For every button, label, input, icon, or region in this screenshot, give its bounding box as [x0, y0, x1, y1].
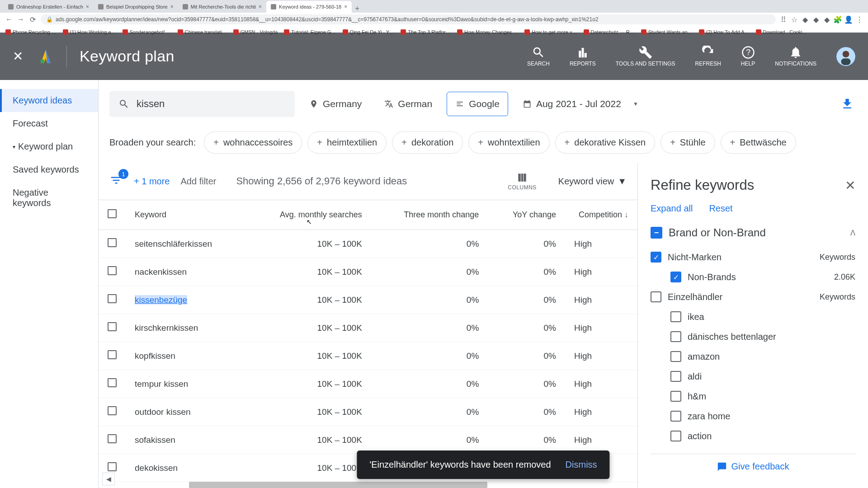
bookmark-item[interactable]: Chinese translati…: [178, 29, 227, 35]
header-notifications-button[interactable]: NOTIFICATIONS: [775, 46, 816, 67]
profile-icon[interactable]: 👤: [845, 16, 852, 23]
bookmark-item[interactable]: Download - Cooki…: [756, 29, 807, 35]
keyword-cell[interactable]: sofakissen: [135, 435, 175, 445]
header-refresh-button[interactable]: REFRESH: [695, 46, 721, 67]
table-row[interactable]: seitenschläferkissen 10K – 100K 0% 0% Hi…: [99, 230, 637, 258]
bookmark-item[interactable]: The Top 3 Platfor…: [401, 29, 451, 35]
expand-all-button[interactable]: Expand all: [651, 203, 693, 214]
broaden-chip[interactable]: +wohntextilien: [468, 131, 549, 154]
keyword-cell[interactable]: seitenschläferkissen: [135, 239, 212, 249]
refine-subgroup[interactable]: h&m: [651, 386, 855, 406]
columns-button[interactable]: COLUMNS: [508, 172, 537, 191]
refine-subgroup[interactable]: zara home: [651, 406, 855, 426]
refine-section-toggle[interactable]: − Brand or Non-Brand ᐱ: [651, 226, 855, 239]
select-all-checkbox[interactable]: [108, 209, 117, 218]
close-icon[interactable]: ×: [170, 4, 174, 10]
row-checkbox[interactable]: [108, 434, 117, 443]
bookmark-item[interactable]: Tutorial: Eigene G…: [284, 29, 336, 35]
refine-subgroup[interactable]: amazon: [651, 347, 855, 366]
nav-reload-icon[interactable]: ⟳: [29, 16, 36, 23]
ext1-icon[interactable]: ◆: [802, 16, 808, 23]
checkbox[interactable]: ✓: [670, 272, 681, 282]
sidebar-item-keyword-plan[interactable]: Keyword plan: [0, 135, 98, 158]
checkbox[interactable]: [670, 431, 681, 441]
keyword-cell[interactable]: kissenbezüge: [135, 295, 187, 305]
refine-subgroup[interactable]: action: [651, 426, 855, 446]
table-row[interactable]: tempur kissen 10K – 100K 0% 0% High: [99, 370, 637, 398]
sidebar-item-forecast[interactable]: Forecast: [0, 112, 98, 135]
keyword-cell[interactable]: kirschkernkissen: [135, 323, 198, 333]
checkbox[interactable]: [670, 391, 681, 402]
nav-back-icon[interactable]: ←: [5, 16, 13, 23]
col-competition[interactable]: Competition: [565, 200, 637, 230]
col-keyword[interactable]: Keyword: [126, 200, 245, 230]
broaden-chip[interactable]: +dekoration: [392, 131, 463, 154]
toast-dismiss-button[interactable]: Dismiss: [566, 460, 597, 470]
language-selector[interactable]: German: [376, 92, 440, 116]
keyword-cell[interactable]: kopfkissen: [135, 351, 175, 361]
broaden-chip[interactable]: +Bettwäsche: [721, 131, 796, 154]
broaden-chip[interactable]: +dekorative Kissen: [555, 131, 656, 154]
col-three-month[interactable]: Three month change: [371, 200, 488, 230]
refine-subgroup[interactable]: dänisches bettenlager: [651, 327, 855, 347]
sidebar-item-negative-keywords[interactable]: Negative keywords: [0, 181, 98, 215]
checkbox[interactable]: [670, 351, 681, 362]
share-icon[interactable]: ☆: [791, 16, 797, 23]
header-help-button[interactable]: ? HELP: [741, 46, 755, 67]
row-checkbox[interactable]: [108, 266, 117, 275]
keyword-cell[interactable]: tempur kissen: [135, 379, 188, 389]
close-icon[interactable]: ✕: [13, 49, 23, 64]
browser-tab[interactable]: Keyword ideas - 279-560-18×: [266, 1, 352, 13]
table-row[interactable]: sofakissen 10K – 100K 0% 0% High: [99, 426, 637, 454]
refine-subgroup[interactable]: ✓Non-Brands2.06K: [651, 267, 855, 287]
new-tab-button[interactable]: +: [352, 5, 363, 13]
horizontal-scrollbar[interactable]: [189, 482, 487, 488]
refine-group[interactable]: EinzelhändlerKeywords: [651, 287, 855, 307]
table-row[interactable]: kopfkissen 10K – 100K 0% 0% High: [99, 342, 637, 370]
row-checkbox[interactable]: [108, 406, 117, 415]
broaden-chip[interactable]: +wohnaccessoires: [204, 131, 302, 154]
row-checkbox[interactable]: [108, 294, 117, 303]
indeterminate-checkbox[interactable]: −: [651, 227, 662, 239]
close-icon[interactable]: ×: [259, 4, 262, 10]
add-filter-button[interactable]: Add filter: [180, 176, 216, 187]
translate-icon[interactable]: ⠿: [780, 16, 787, 23]
close-icon[interactable]: ×: [86, 4, 89, 10]
menu-icon[interactable]: ⋮: [856, 16, 863, 23]
give-feedback-button[interactable]: Give feedback: [651, 454, 855, 479]
row-checkbox[interactable]: [108, 238, 117, 247]
ext3-icon[interactable]: ◆: [824, 16, 830, 23]
col-avg-searches[interactable]: Avg. monthly searches: [245, 200, 371, 230]
refine-group[interactable]: ✓Nicht-MarkenKeywords: [651, 247, 855, 267]
header-search-button[interactable]: SEARCH: [527, 46, 550, 67]
table-row[interactable]: nackenkissen 10K – 100K 0% 0% High: [99, 258, 637, 286]
bookmark-item[interactable]: Student Wants an…: [641, 29, 693, 35]
network-selector[interactable]: Google: [447, 92, 508, 116]
header-tools-button[interactable]: TOOLS AND SETTINGS: [616, 46, 675, 67]
bookmark-item[interactable]: GMSN - Vologda: [233, 29, 278, 35]
broaden-chip[interactable]: +Stühle: [660, 131, 715, 154]
browser-tab[interactable]: Onlineshop Erstellen - Einfach×: [4, 1, 94, 13]
bookmark-item[interactable]: Phone Recycling …: [5, 29, 57, 35]
row-checkbox[interactable]: [108, 462, 117, 471]
table-row[interactable]: kissenbezüge 10K – 100K 0% 0% High: [99, 286, 637, 314]
reset-button[interactable]: Reset: [709, 203, 732, 214]
browser-tab[interactable]: Beispiel Dropshipping Store×: [94, 1, 178, 13]
header-reports-button[interactable]: REPORTS: [570, 46, 596, 67]
checkbox[interactable]: [651, 291, 661, 302]
bookmark-item[interactable]: (2) How To Add A…: [699, 29, 750, 35]
avatar[interactable]: [836, 47, 855, 66]
table-row[interactable]: kirschkernkissen 10K – 100K 0% 0% High: [99, 314, 637, 342]
table-row[interactable]: outdoor kissen 10K – 100K 0% 0% High: [99, 398, 637, 426]
bookmark-item[interactable]: How Money Changes …: [457, 29, 518, 35]
keyword-cell[interactable]: dekokissen: [135, 463, 178, 473]
checkbox[interactable]: [670, 331, 681, 342]
row-checkbox[interactable]: [108, 322, 117, 331]
keyword-search-box[interactable]: kissen: [109, 91, 295, 117]
checkbox[interactable]: ✓: [651, 252, 661, 263]
row-checkbox[interactable]: [108, 350, 117, 359]
refine-subgroup[interactable]: aldi: [651, 366, 855, 386]
sidebar-item-keyword-ideas[interactable]: Keyword ideas: [0, 89, 98, 112]
filter-button[interactable]: 1: [109, 174, 123, 189]
bookmark-item[interactable]: Datenschutz — R…: [584, 29, 635, 35]
